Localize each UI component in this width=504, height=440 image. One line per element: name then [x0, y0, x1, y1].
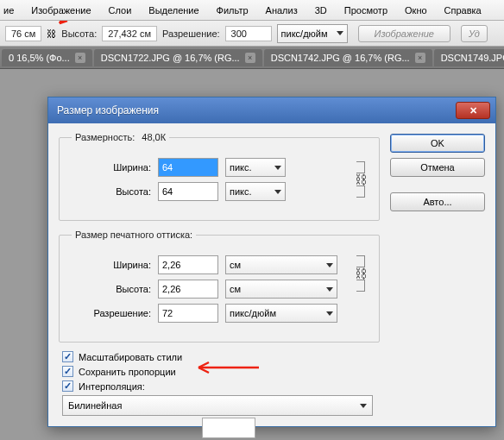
ok-button[interactable]: OK [390, 134, 485, 153]
link-icon: ⛓ [47, 28, 56, 39]
menu-item-window[interactable]: Окно [396, 2, 436, 19]
document-tab[interactable]: DSCN1722.JPG @ 16,7% (RG...× [94, 49, 262, 66]
resolution-input[interactable] [158, 304, 218, 323]
close-icon[interactable]: × [75, 53, 85, 63]
menu-item-analysis[interactable]: Анализ [257, 2, 306, 19]
dialog-titlebar[interactable]: Размер изображения ✕ [48, 97, 495, 123]
image-size-dialog: Размер изображения ✕ Размерность: 48,0К … [47, 97, 496, 427]
constrain-proportions-checkbox[interactable]: ✓ [62, 366, 73, 377]
link-icon[interactable]: ⛓ [355, 267, 367, 280]
constrain-proportions-label: Сохранить пропорции [79, 367, 176, 377]
px-width-input[interactable] [158, 158, 218, 177]
pixel-dim-label: Размерность: [75, 132, 135, 142]
menu-item-cut[interactable]: ие [3, 2, 22, 19]
menu-item-layers[interactable]: Слои [100, 2, 141, 19]
document-tab[interactable]: 0 16,5% (Фо...× [2, 49, 92, 66]
print-width-label: Ширина: [72, 260, 151, 270]
opt-res-label: Разрешение: [162, 28, 220, 39]
opt-height-label: Высота: [61, 28, 97, 39]
px-width-label: Ширина: [72, 162, 151, 173]
print-legend: Размер печатного оттиска: [72, 229, 196, 240]
options-bar: 76 см ⛓ Высота: 27,432 см Разрешение: 30… [0, 21, 504, 47]
document-tab-bar: 0 16,5% (Фо...× DSCN1722.JPG @ 16,7% (RG… [0, 47, 504, 69]
opt-delete-button[interactable]: Уд [461, 25, 488, 42]
pixel-dimensions-group: Размерность: 48,0К Ширина: пикс. Высота: [59, 132, 380, 221]
document-tab[interactable]: DSCN1749.JPG @ [434, 49, 504, 66]
menu-item-help[interactable]: Справка [436, 2, 490, 19]
opt-res-value: 300 [225, 26, 272, 41]
pixel-dim-value: 48,0К [142, 132, 166, 142]
close-icon[interactable]: × [245, 53, 255, 63]
menu-item-view[interactable]: Просмотр [336, 2, 396, 19]
menu-item-select[interactable]: Выделение [140, 2, 207, 19]
opt-res-unit[interactable]: пикс/дюйм [277, 24, 348, 43]
print-width-unit[interactable]: см [225, 255, 337, 274]
resolution-label: Разрешение: [72, 308, 151, 318]
interpolation-label: Интерполяция: [79, 381, 145, 392]
opt-image-button[interactable]: Изображение [358, 25, 450, 42]
scale-styles-checkbox[interactable]: ✓ [62, 351, 73, 362]
scale-styles-label: Масштабировать стили [79, 352, 182, 362]
close-button[interactable]: ✕ [456, 102, 490, 119]
document-tab[interactable]: DSCN1742.JPG @ 16,7% (RG...× [264, 49, 432, 66]
px-height-input[interactable] [158, 182, 218, 201]
link-icon[interactable]: ⛓ [355, 173, 367, 185]
menu-item-3d[interactable]: 3D [306, 2, 336, 19]
close-icon[interactable]: × [415, 53, 425, 63]
resolution-unit[interactable]: пикс/дюйм [225, 304, 337, 323]
px-height-label: Высота: [72, 186, 151, 197]
print-width-input[interactable] [158, 255, 218, 274]
opt-height-value: 27,432 см [102, 26, 157, 41]
interpolation-select[interactable]: Билинейная [62, 395, 373, 416]
print-height-unit[interactable]: см [225, 280, 337, 299]
px-height-unit[interactable]: пикс. [225, 182, 286, 201]
print-height-label: Высота: [72, 284, 151, 294]
interpolation-checkbox[interactable]: ✓ [62, 380, 73, 392]
white-box [202, 418, 255, 438]
menu-item-filter[interactable]: Фильтр [208, 2, 257, 19]
opt-width-value: 76 см [5, 26, 41, 41]
px-width-unit[interactable]: пикс. [225, 158, 286, 177]
print-height-input[interactable] [158, 280, 218, 299]
cancel-button[interactable]: Отмена [390, 158, 485, 177]
menu-item-image[interactable]: Изображение [22, 2, 99, 19]
auto-button[interactable]: Авто... [390, 192, 485, 211]
menu-bar: ие Изображение Слои Выделение Фильтр Ана… [0, 0, 504, 21]
print-dimensions-group: Размер печатного оттиска: Ширина: см Выс… [59, 229, 380, 343]
dialog-title: Размер изображения [57, 104, 159, 116]
